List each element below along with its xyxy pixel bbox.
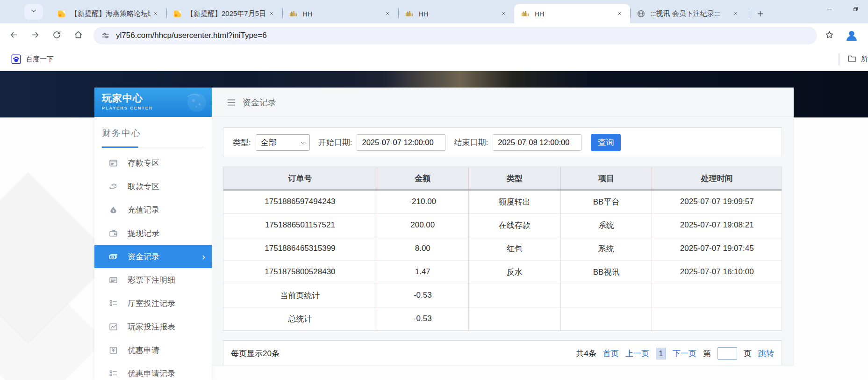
forward-icon: [30, 30, 40, 42]
tab-title: :::视讯 会员下注纪录:::: [650, 9, 730, 18]
list-detail-icon: [108, 275, 118, 285]
table-cell: [652, 307, 782, 330]
all-bookmarks-label: 所: [861, 55, 868, 64]
table-cell: 额度转出: [468, 190, 560, 213]
back-button[interactable]: [5, 27, 22, 44]
web-page: 玩家中心 PLAYERS CENTER 财务中心 存款专区 › 取款专区 ›: [0, 71, 868, 380]
tab-close-button[interactable]: [498, 8, 509, 19]
sidebar-item[interactable]: 资金记录 ›: [94, 245, 212, 268]
browser-tab[interactable]: :::视讯 会员下注纪录:::: [630, 4, 746, 23]
tab-close-button[interactable]: [382, 8, 393, 19]
table-cell: -0.53: [377, 307, 468, 330]
money-bag-icon: ¥: [108, 205, 118, 215]
browser-tab[interactable]: HH: [398, 4, 514, 23]
table-header-row: 订单号金额类型项目处理时间: [223, 167, 782, 190]
table-cell: [560, 284, 652, 307]
reload-button[interactable]: [48, 27, 65, 44]
page-suffix-label: 页: [744, 348, 752, 359]
table-cell: 200.00: [377, 213, 468, 237]
browser-tab[interactable]: HH: [514, 4, 630, 23]
section-underline: [102, 147, 204, 147]
browser-tab[interactable]: HH: [282, 4, 398, 23]
gold-bars-icon: [289, 9, 298, 18]
table-cell: [468, 284, 560, 307]
sidebar-item[interactable]: 优惠申请记录 ›: [94, 362, 212, 380]
baidu-paw-icon: [11, 54, 21, 64]
table-cell: BB平台: [560, 190, 652, 213]
address-bar[interactable]: yl756.com/hhcp/usercenter.html?iniType=6: [93, 27, 817, 44]
table-cell: 1751886597494243: [223, 190, 377, 213]
column-header: 项目: [560, 167, 652, 190]
note-icon: [57, 9, 66, 18]
restore-button[interactable]: [847, 2, 863, 18]
column-header: 处理时间: [652, 167, 782, 190]
star-icon: [825, 30, 834, 42]
pagination-controls: 共4条 首页 上一页 1 下一页 第 页 跳转: [576, 347, 774, 360]
sidebar-item[interactable]: 彩票下注明细 ›: [94, 268, 212, 292]
browser-tab[interactable]: 【新提醒】海燕策略论坛综: [50, 4, 166, 23]
table-row: 当前页统计-0.53: [223, 284, 782, 307]
per-page-label: 每页显示20条: [231, 348, 280, 359]
minimize-button[interactable]: [821, 2, 837, 18]
sidebar-menu: 存款专区 › 取款专区 › ¥ 充值记录 › 提现记录 › 资金记录 › 彩票下…: [94, 151, 212, 380]
sidebar-item[interactable]: 玩家投注报表 ›: [94, 315, 212, 338]
next-page-link[interactable]: 下一页: [673, 348, 696, 359]
table-row: 1751886597494243-210.00额度转出BB平台2025-07-0…: [223, 190, 782, 213]
sidebar-section-title: 财务中心: [102, 127, 204, 139]
sidebar-item-label: 玩家投注报表: [128, 322, 175, 332]
deposit-card-icon: [108, 158, 118, 168]
sidebar-item-label: 存款专区: [128, 158, 159, 168]
table-body: 1751886597494243-210.00额度转出BB平台2025-07-0…: [223, 190, 782, 330]
home-button[interactable]: [69, 27, 87, 44]
page-jump-input[interactable]: [717, 347, 737, 360]
type-select[interactable]: 全部: [256, 134, 310, 151]
browser-tab[interactable]: 【新提醒】2025年7月5日: [166, 4, 282, 23]
sidebar-item[interactable]: 提现记录 ›: [94, 221, 212, 245]
tab-close-button[interactable]: [730, 8, 740, 19]
tab-title: HH: [534, 10, 614, 18]
hamburger-icon: [227, 99, 236, 106]
table-cell: 8.00: [377, 237, 468, 260]
browser-tab-bar: 【新提醒】海燕策略论坛综 【新提醒】2025年7月5日 HH HH HH :::…: [0, 0, 868, 23]
column-header: 金额: [377, 167, 468, 190]
site-settings-icon[interactable]: [101, 31, 110, 40]
svg-text:¥: ¥: [113, 209, 115, 212]
bookmark-star-button[interactable]: [821, 27, 838, 44]
minimize-icon: [826, 6, 833, 15]
forward-button[interactable]: [26, 27, 44, 44]
tab-search-chevron-button[interactable]: [24, 4, 43, 20]
type-select-value: 全部: [261, 137, 300, 148]
sidebar-item[interactable]: 厅室投注记录 ›: [94, 292, 212, 315]
sidebar-item[interactable]: 存款专区 ›: [94, 151, 212, 175]
sidebar-item[interactable]: 优惠申请 ›: [94, 338, 212, 362]
tab-close-button[interactable]: [614, 8, 624, 19]
first-page-link[interactable]: 首页: [603, 348, 619, 359]
all-bookmarks-folder[interactable]: 所: [847, 53, 868, 65]
start-date-input[interactable]: [357, 134, 445, 151]
sidebar-item-label: 彩票下注明细: [128, 275, 175, 285]
prev-page-link[interactable]: 上一页: [625, 348, 649, 359]
bookmarks-separator: [839, 53, 839, 66]
table-cell: -210.00: [377, 190, 468, 213]
tab-close-button[interactable]: [266, 8, 277, 19]
column-header: 类型: [468, 167, 560, 190]
sidebar-item-label: 厅室投注记录: [128, 298, 175, 309]
tab-strip: 【新提醒】海燕策略论坛综 【新提醒】2025年7月5日 HH HH HH :::…: [50, 4, 767, 23]
table-cell: 1751886465315399: [223, 237, 377, 260]
sidebar-item[interactable]: 取款专区 ›: [94, 175, 212, 198]
tab-title: HH: [302, 10, 382, 18]
sidebar-item-label: 优惠申请记录: [128, 368, 175, 379]
sidebar-item[interactable]: ¥ 充值记录 ›: [94, 198, 212, 221]
avatar-icon: [844, 37, 859, 44]
table-cell: [652, 284, 782, 307]
bookmark-baidu[interactable]: 百度一下: [11, 54, 54, 64]
tab-close-button[interactable]: [151, 8, 161, 19]
gamepad-decoration: [181, 90, 209, 116]
sidebar-header: 玩家中心 PLAYERS CENTER: [94, 88, 212, 117]
query-button[interactable]: 查询: [591, 134, 621, 151]
new-tab-button[interactable]: [753, 7, 767, 21]
table-cell: 1.47: [377, 260, 468, 284]
jump-link[interactable]: 跳转: [758, 348, 774, 359]
end-date-input[interactable]: [493, 134, 581, 151]
profile-avatar[interactable]: [844, 28, 859, 43]
